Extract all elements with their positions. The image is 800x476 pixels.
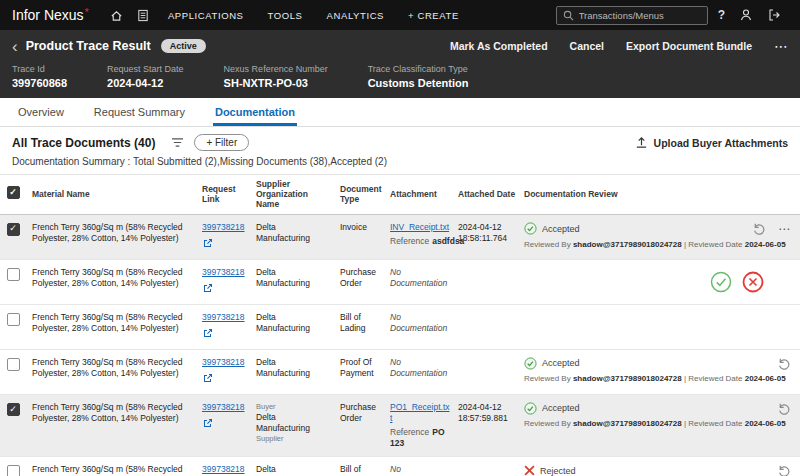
search-input[interactable] (579, 10, 701, 21)
attached-date: 2024-04-12 18:58:11.764 (456, 215, 522, 259)
supplier-organization: Delta Manufacturing (254, 305, 338, 349)
home-icon[interactable] (110, 9, 123, 22)
upload-label: Upload Buyer Attachments (654, 137, 788, 149)
attached-date (456, 350, 522, 394)
supplier-name: Delta Manufacturing (256, 222, 332, 244)
cancel-button[interactable]: Cancel (570, 40, 604, 52)
row-checkbox[interactable] (7, 465, 20, 476)
material-name: French Terry 360g/Sq m (58% Recycled Pol… (30, 457, 200, 476)
no-documentation-label: No Documentation (390, 464, 447, 476)
supplier-role-label: Supplier (256, 434, 332, 444)
export-bundle-button[interactable]: Export Document Bundle (626, 40, 752, 52)
undo-icon[interactable] (777, 464, 790, 476)
filter-lines-icon[interactable] (171, 137, 184, 148)
field-value: 2024-04-12 (107, 77, 184, 89)
table-body: ✓French Terry 360g/Sq m (58% Recycled Po… (0, 215, 800, 476)
reject-button[interactable] (742, 271, 764, 293)
menu-create[interactable]: + CREATE (408, 10, 459, 21)
review-meta: Reviewed By shadow@3717989018024728 | Re… (524, 240, 790, 249)
material-name: French Terry 360g/Sq m (58% Recycled Pol… (30, 350, 200, 394)
material-name: French Terry 360g/Sq m (58% Recycled Pol… (30, 260, 200, 304)
tab-documentation[interactable]: Documentation (213, 98, 297, 126)
undo-icon[interactable] (777, 357, 790, 370)
col-material-name[interactable]: Material Name (30, 185, 200, 203)
supplier-name: Delta Manufacturing (256, 412, 332, 434)
col-documentation-review[interactable]: Documentation Review (522, 185, 800, 203)
external-link-icon[interactable] (202, 417, 248, 432)
undo-icon[interactable] (777, 402, 790, 415)
supplier-name: Delta Manufacturing (256, 267, 332, 289)
request-link[interactable]: 399738218 (202, 222, 245, 232)
back-chevron-icon[interactable]: ‹ (12, 38, 18, 55)
supplier-name: Delta Manufacturing (256, 357, 332, 379)
attachment-reference: ReferencePO 123 (390, 427, 450, 449)
supplier-name: Delta Manufacturing (256, 312, 332, 334)
table-row: French Terry 360g/Sq m (58% Recycled Pol… (0, 457, 800, 476)
select-all-checkbox[interactable]: ✓ (7, 186, 20, 199)
attached-date (456, 305, 522, 349)
document-type: Purchase Order (338, 260, 388, 304)
documentation-summary: Documentation Summary : Total Submitted … (0, 155, 800, 174)
request-link[interactable]: 399738218 (202, 464, 245, 474)
supplier-organization: Delta Manufacturing (254, 350, 338, 394)
field-value: 399760868 (12, 77, 67, 89)
global-search[interactable] (556, 6, 708, 25)
status-badge: Active (161, 39, 206, 53)
request-link[interactable]: 399738218 (202, 312, 245, 322)
header-actions: Mark As Completed Cancel Export Document… (450, 38, 788, 54)
undo-icon[interactable] (752, 222, 765, 235)
row-more-icon[interactable]: ⋯ (778, 222, 790, 236)
attachment-link[interactable]: INV_Receipt.txt (390, 222, 449, 232)
brand-logo[interactable]: Infor Nexus * (12, 7, 89, 23)
no-documentation-label: No Documentation (390, 312, 447, 333)
help-icon[interactable]: ? (718, 8, 725, 22)
external-link-icon[interactable] (202, 327, 248, 342)
table-row: French Terry 360g/Sq m (58% Recycled Pol… (0, 305, 800, 350)
tab-overview[interactable]: Overview (16, 98, 66, 126)
more-options-icon[interactable]: ⋯ (774, 38, 788, 54)
row-checkbox[interactable] (7, 358, 20, 371)
brand-text: Infor Nexus (12, 7, 84, 23)
attached-date: 2024-04-12 18:57:59.881 (456, 395, 522, 456)
attached-date (456, 260, 522, 304)
row-checkbox[interactable]: ✓ (7, 403, 20, 416)
tab-request-summary[interactable]: Request Summary (92, 98, 187, 126)
user-icon[interactable] (739, 8, 753, 22)
col-supplier-organization-name[interactable]: Supplier Organization Name (254, 175, 338, 214)
accepted-icon (524, 222, 537, 235)
col-request-link[interactable]: Request Link (200, 180, 254, 208)
add-filter-button[interactable]: + Filter (194, 134, 249, 151)
col-attached-date[interactable]: Attached Date (456, 185, 522, 203)
menu-applications[interactable]: APPLICATIONS (168, 10, 244, 21)
supplier-role-label: Buyer (256, 402, 332, 412)
supplier-organization: BuyerDelta ManufacturingSupplier (254, 395, 338, 456)
rejected-icon (524, 465, 535, 476)
upload-buyer-attachments-button[interactable]: Upload Buyer Attachments (635, 136, 788, 149)
table-row: ✓French Terry 360g/Sq m (58% Recycled Po… (0, 395, 800, 457)
row-checkbox[interactable]: ✓ (7, 223, 20, 236)
documentation-review: Accepted⋯Reviewed By shadow@371798901802… (522, 215, 800, 259)
tasks-icon[interactable] (137, 9, 149, 22)
attachment-link[interactable]: PO1_Receipt.txt (390, 402, 450, 423)
menu-tools[interactable]: TOOLS (268, 10, 303, 21)
documentation-review: AcceptedReviewed By shadow@3717989018024… (522, 350, 800, 394)
col-attachment[interactable]: Attachment (388, 185, 456, 203)
approve-button[interactable] (710, 271, 732, 293)
row-checkbox[interactable] (7, 268, 20, 281)
external-link-icon[interactable] (202, 282, 248, 297)
menu-analytics[interactable]: ANALYTICS (327, 10, 385, 21)
external-link-icon[interactable] (202, 237, 248, 252)
request-link[interactable]: 399738218 (202, 357, 245, 367)
field-value: Customs Detention (368, 77, 469, 89)
logout-icon[interactable] (767, 8, 781, 22)
field-label: Request Start Date (107, 64, 184, 74)
mark-completed-button[interactable]: Mark As Completed (450, 40, 548, 52)
row-checkbox[interactable] (7, 313, 20, 326)
request-link[interactable]: 399738218 (202, 267, 245, 277)
external-link-icon[interactable] (202, 372, 248, 387)
page-title: Product Trace Result (26, 39, 151, 53)
search-icon (563, 10, 574, 21)
review-status: Rejected (540, 466, 576, 476)
col-document-type[interactable]: Document Type (338, 180, 388, 208)
request-link[interactable]: 399738218 (202, 402, 245, 412)
